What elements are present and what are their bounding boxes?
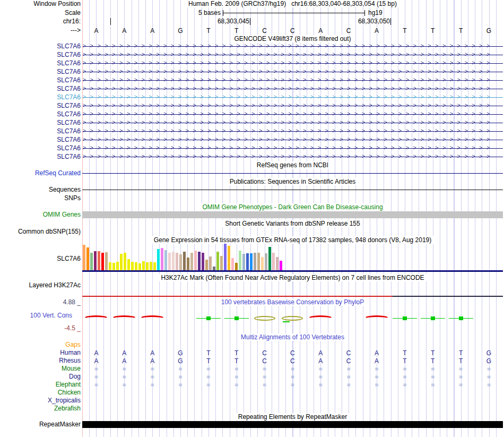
gene-transcript-row[interactable]: >>>>>>>>>>>>>>>>>>>>>>>>>>>>>>>>>>>>>>>>… — [83, 42, 503, 50]
base-cell: A — [82, 27, 110, 35]
gtex-track-label[interactable]: SLC7A6 — [0, 255, 81, 262]
gene-transcript-row[interactable]: >>>>>>>>>>>>>>>>>>>>>>>>>>>>>>>>>>>>>>>>… — [83, 59, 503, 67]
gene-transcript-row[interactable]: >>>>>>>>>>>>>>>>>>>>>>>>>>>>>>>>>>>>>>>>… — [83, 93, 503, 101]
multiz-species-label-rhesus[interactable]: Rhesus — [0, 357, 81, 364]
gene-row-label[interactable]: SLC7A6 — [0, 43, 81, 50]
conservation-mark-cell — [194, 314, 222, 322]
gene-transcript-row[interactable]: >>>>>>>>>>>>>>>>>>>>>>>>>>>>>>>>>>>>>>>>… — [83, 127, 503, 135]
window-position-label: Window Position — [0, 1, 81, 7]
base-cell: C — [279, 349, 307, 357]
h3k27ac-signal-red[interactable] — [82, 296, 393, 297]
h3k27ac-signal-dark[interactable] — [393, 296, 503, 297]
conservation-mark-cell — [138, 314, 167, 322]
base-cell: C — [279, 357, 307, 365]
gtex-tissue-bar — [164, 250, 167, 270]
gene-row-label[interactable]: SLC7A6 — [0, 102, 81, 109]
base-cell: = — [335, 381, 363, 389]
gene-row-label[interactable]: SLC7A6 — [0, 111, 81, 118]
base-cell: = — [390, 365, 419, 373]
gene-transcript-row[interactable]: >>>>>>>>>>>>>>>>>>>>>>>>>>>>>>>>>>>>>>>>… — [83, 119, 503, 126]
reference-bases-row: AAAGTTCCACATTTG — [82, 27, 503, 35]
gene-row-label[interactable]: SLC7A6 — [0, 153, 81, 160]
coordinate-right: 68,303,050 — [347, 18, 390, 25]
gene-transcript-row[interactable]: >>>>>>>>>>>>>>>>>>>>>>>>>>>>>>>>>>>>>>>>… — [83, 153, 503, 160]
gtex-tissue-bar — [272, 253, 275, 270]
base-cell: T — [222, 357, 250, 365]
scale-label: Scale — [0, 10, 81, 16]
gene-row-label[interactable]: SLC7A6 — [0, 94, 81, 101]
refseq-track-line[interactable] — [82, 173, 503, 174]
multiz-species-label-zebrafish[interactable]: Zebrafish — [0, 405, 81, 412]
base-cell: C — [250, 27, 279, 35]
gtex-tissue-bar — [176, 253, 178, 270]
base-cell: G — [167, 357, 195, 365]
multiz-species-label-dog[interactable]: Dog — [0, 373, 81, 380]
gene-transcript-row[interactable]: >>>>>>>>>>>>>>>>>>>>>>>>>>>>>>>>>>>>>>>>… — [83, 68, 503, 75]
multiz-species-label-elephant[interactable]: Elephant — [0, 381, 81, 388]
multiz-species-label-x_tropicalis[interactable]: X_tropicalis — [0, 397, 81, 404]
repeatmasker-title: Repeating Elements by RepeatMasker — [82, 414, 503, 421]
base-cell: G — [475, 349, 503, 357]
conservation-track-label[interactable]: 100 Vert. Cons — [0, 312, 72, 319]
multiz-alignment-row-dog[interactable]: =============== — [82, 373, 503, 381]
gene-row-label[interactable]: SLC7A6 — [0, 60, 81, 67]
gtex-tissue-bar — [179, 254, 182, 270]
refseq-track-label[interactable]: RefSeq Curated — [0, 170, 81, 177]
multiz-alignment-row-mouse[interactable]: =============== — [82, 365, 503, 373]
base-cell: = — [279, 365, 307, 373]
conservation-mark-cell — [167, 314, 195, 322]
gene-row-label[interactable]: SLC7A6 — [0, 77, 81, 84]
gene-row-label[interactable]: SLC7A6 — [0, 136, 81, 143]
sequences-track-label[interactable]: Sequences — [0, 186, 81, 193]
base-cell: = — [307, 373, 335, 381]
multiz-species-label-human[interactable]: Human — [0, 349, 81, 356]
gtex-tissue-bar — [98, 251, 100, 270]
base-cell: = — [250, 373, 279, 381]
multiz-alignment-row-elephant[interactable]: =============== — [82, 381, 503, 389]
dbsnp-track-label[interactable]: Common dbSNP(155) — [0, 228, 81, 235]
conservation-marks-row[interactable] — [82, 314, 503, 322]
omim-track-label[interactable]: OMIM Genes — [0, 211, 81, 218]
conservation-mark-green — [224, 316, 249, 321]
gene-row-label[interactable]: SLC7A6 — [0, 119, 81, 126]
gtex-tissue-bar — [190, 253, 193, 270]
multiz-species-label-gaps[interactable]: Gaps — [0, 341, 81, 348]
conservation-mark-green — [393, 316, 417, 321]
gene-row-label[interactable]: SLC7A6 — [0, 68, 81, 75]
multiz-alignment-row-human[interactable]: AAAGTTCCACATTTG — [82, 349, 503, 357]
gene-transcript-row[interactable]: >>>>>>>>>>>>>>>>>>>>>>>>>>>>>>>>>>>>>>>>… — [83, 51, 503, 58]
gtex-tissue-bar — [187, 258, 189, 270]
gene-transcript-row[interactable]: >>>>>>>>>>>>>>>>>>>>>>>>>>>>>>>>>>>>>>>>… — [83, 76, 503, 84]
repeatmasker-track-label[interactable]: RepeatMasker — [0, 421, 81, 428]
multiz-species-label-mouse[interactable]: Mouse — [0, 365, 81, 372]
snps-track-label[interactable]: SNPs — [0, 195, 81, 202]
multiz-alignment-row-rhesus[interactable]: AAAGTTCCACATTTG — [82, 357, 503, 365]
base-cell: = — [475, 373, 503, 381]
gene-row-label[interactable]: SLC7A6 — [0, 145, 81, 152]
gene-row-label[interactable]: SLC7A6 — [0, 128, 81, 135]
base-cell: T — [419, 357, 447, 365]
multiz-title: Multiz Alignments of 100 Vertebrates — [82, 334, 503, 341]
base-cell: = — [167, 365, 195, 373]
gtex-tissue-bar — [161, 248, 163, 270]
repeatmasker-element-bar[interactable] — [82, 421, 503, 428]
gene-row-label[interactable]: SLC7A6 — [0, 85, 81, 92]
base-cell: A — [363, 349, 391, 357]
h3k27ac-track-label[interactable]: Layered H3K27Ac — [0, 282, 81, 289]
conservation-mark-arc — [84, 315, 108, 321]
gene-transcript-row[interactable]: >>>>>>>>>>>>>>>>>>>>>>>>>>>>>>>>>>>>>>>>… — [83, 102, 503, 109]
gene-transcript-row[interactable]: >>>>>>>>>>>>>>>>>>>>>>>>>>>>>>>>>>>>>>>>… — [83, 144, 503, 152]
omim-genes-bar[interactable] — [82, 211, 503, 218]
gene-transcript-row[interactable]: >>>>>>>>>>>>>>>>>>>>>>>>>>>>>>>>>>>>>>>>… — [83, 136, 503, 143]
gene-row-label[interactable]: SLC7A6 — [0, 52, 81, 58]
sequences-track-line[interactable] — [82, 190, 503, 190]
assembly-label: hg19 — [368, 10, 411, 16]
base-cell: = — [138, 365, 167, 373]
base-cell: A — [307, 27, 335, 35]
gtex-tissue-bar — [224, 244, 227, 270]
base-cell: A — [363, 357, 391, 365]
multiz-species-label-chicken[interactable]: Chicken — [0, 389, 81, 396]
gtex-expression-bars[interactable] — [82, 242, 503, 270]
gene-transcript-row[interactable]: >>>>>>>>>>>>>>>>>>>>>>>>>>>>>>>>>>>>>>>>… — [83, 85, 503, 92]
gene-transcript-row[interactable]: >>>>>>>>>>>>>>>>>>>>>>>>>>>>>>>>>>>>>>>>… — [83, 110, 503, 118]
